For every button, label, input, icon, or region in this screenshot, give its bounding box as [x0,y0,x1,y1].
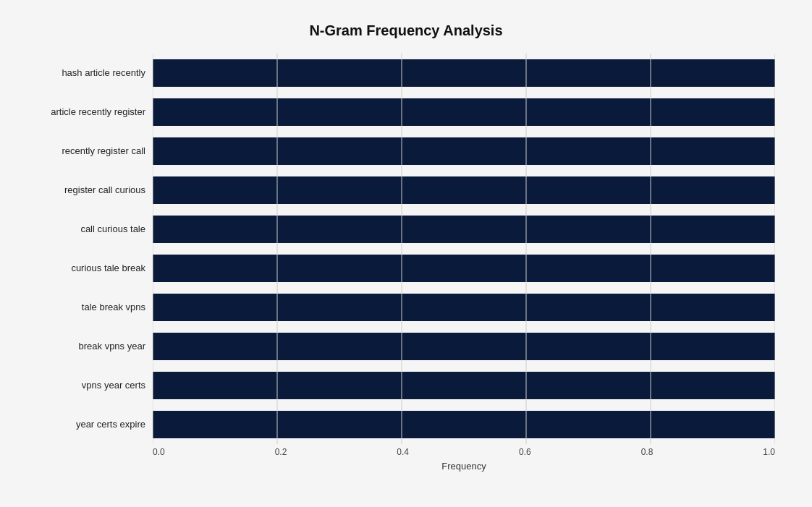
bar-row: year certs expire [153,405,775,444]
x-tick: 0.4 [397,447,409,457]
bar-row: curious tale break [153,249,775,288]
bar-background [153,216,775,243]
x-tick: 0.0 [153,447,165,457]
bar-fill [153,294,775,321]
tick-labels: 0.00.20.40.60.81.0 [153,447,775,457]
bar-label: vpns year certs [19,380,145,391]
bar-fill [153,216,775,243]
bar-row: recently register call [153,132,775,171]
bar-label: curious tale break [19,263,145,273]
chart-container: N-Gram Frequency Analysis hash article r… [8,8,804,500]
bar-label: recently register call [19,145,145,156]
bar-fill [153,137,775,165]
bar-label: article recently register [19,106,145,117]
x-tick: 0.2 [275,447,287,457]
bar-background [153,372,775,399]
x-axis-label: Frequency [153,461,775,472]
bar-fill [153,372,775,399]
bar-background [153,59,775,87]
bar-background [153,98,775,126]
bar-fill [153,255,775,282]
bar-fill [153,176,775,204]
x-axis-area: 0.00.20.40.60.81.0 Frequency [153,447,790,472]
bar-fill [153,411,775,438]
bar-background [153,411,775,438]
bar-row: article recently register [153,93,775,132]
bar-fill [153,59,775,87]
bar-label: call curious tale [19,223,145,234]
bar-fill [153,333,775,360]
bar-label: hash article recently [19,67,145,78]
x-tick: 0.8 [641,447,654,457]
x-tick: 1.0 [763,447,775,457]
bar-background [153,333,775,360]
bar-row: tale break vpns [153,288,775,327]
x-tick: 0.6 [519,447,531,457]
bar-background [153,255,775,282]
bar-row: register call curious [153,171,775,210]
bar-row: vpns year certs [153,366,775,405]
bar-label: tale break vpns [19,302,145,312]
bar-row: hash article recently [153,54,775,93]
bar-label: year certs expire [19,419,145,430]
bar-row: call curious tale [153,210,775,249]
bar-fill [153,98,775,126]
bar-background [153,176,775,204]
bar-label: break vpns year [19,341,145,352]
bar-label: register call curious [19,184,145,195]
bar-row: break vpns year [153,327,775,366]
chart-title: N-Gram Frequency Analysis [22,22,790,39]
bar-background [153,294,775,321]
bar-background [153,137,775,165]
